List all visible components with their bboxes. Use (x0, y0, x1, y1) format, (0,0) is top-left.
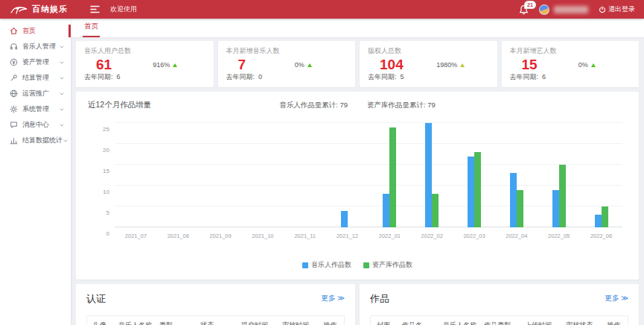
x-tick-label: 2022_03 (453, 230, 496, 239)
x-tick-label: 2022_04 (495, 230, 538, 239)
logout-label: 退出登录 (608, 4, 635, 14)
legend-label: 资产库作品数 (372, 260, 412, 270)
panel-1: 作品更多 ≫封面作品名音乐人名称作品类型上传时间审核状态操作 (360, 284, 639, 325)
table-column-header: 作品名 (399, 316, 440, 325)
headset-icon (10, 42, 18, 51)
x-tick-label: 2022_06 (580, 230, 622, 239)
stat-last-year: 去年同期: 6 (84, 72, 121, 82)
stat-card-2: 版权人总数1041980%去年同期: 5 (360, 41, 497, 87)
bar-音乐人作品数-2021_12[interactable] (341, 211, 348, 227)
bar-音乐人作品数-2022_03[interactable] (468, 157, 474, 227)
sidebar-item-label: 系统管理 (22, 104, 59, 114)
user-avatar[interactable] (539, 4, 549, 15)
stat-percent: 916% (153, 61, 177, 69)
chevron-down-icon (59, 60, 65, 66)
bar-音乐人作品数-2022_01[interactable] (383, 194, 389, 227)
chart-legend: 音乐人作品数资产库作品数 (76, 260, 639, 270)
bar-group-2022_04 (495, 123, 538, 227)
bar-音乐人作品数-2022_05[interactable] (552, 190, 559, 227)
sidebar-item-label: 结算管理 (22, 73, 59, 83)
table-column-header: 作品类型 (481, 316, 522, 325)
table-header-row: 头像音乐人名称类型状态提交时间审核时间操作 (86, 315, 345, 325)
chart-panel: 近12个月作品增量 音乐人作品量累计: 79 资产库作品量累计: 79 0510… (76, 92, 639, 280)
logout-button[interactable]: 退出登录 (599, 4, 635, 14)
table-column-header: 上传时间 (522, 316, 563, 325)
stat-value: 61 (96, 57, 205, 73)
bar-音乐人作品数-2022_04[interactable] (510, 173, 517, 227)
caret-up-icon (307, 63, 312, 67)
bar-group-2022_03 (453, 123, 496, 227)
stats-icon (10, 136, 18, 145)
app-header: 百纳娱乐 欢迎使用 21 退出登录 (0, 0, 644, 19)
chevron-down-icon (59, 75, 65, 81)
stat-percent: 0% (578, 61, 596, 69)
table-column-header: 状态 (197, 316, 238, 325)
sidebar-item-label: 结算数据统计 (22, 136, 63, 145)
caret-up-icon (591, 63, 596, 67)
y-tick-label: 0 (106, 230, 109, 237)
sidebar-item-7[interactable]: 结算数据统计 (0, 133, 71, 148)
menu-collapse-icon[interactable] (90, 5, 100, 13)
stat-percent: 1980% (436, 61, 465, 69)
bar-音乐人作品数-2022_02[interactable] (425, 123, 432, 227)
stat-title: 音乐人用户总数 (84, 46, 205, 56)
x-tick-label: 2022_02 (411, 230, 453, 239)
brand-title: 百纳娱乐 (32, 4, 68, 15)
panel-title: 认证 (86, 292, 345, 306)
bottom-panels: 认证更多 ≫头像音乐人名称类型状态提交时间审核时间操作作品更多 ≫封面作品名音乐… (76, 284, 639, 325)
legend-item-音乐人作品数[interactable]: 音乐人作品数 (302, 260, 351, 270)
bar-group-2022_05 (538, 123, 580, 227)
bar-资产库作品数-2022_01[interactable] (389, 127, 396, 227)
bar-资产库作品数-2022_03[interactable] (474, 152, 481, 227)
sidebar-item-5[interactable]: 系统管理 (0, 101, 71, 117)
tab-bar: 首页 (71, 19, 644, 38)
stat-title: 本月新增音乐人数 (226, 46, 348, 56)
bar-资产库作品数-2022_05[interactable] (559, 165, 566, 227)
legend-item-资产库作品数[interactable]: 资产库作品数 (363, 260, 412, 270)
legend-swatch (363, 262, 369, 268)
bar-音乐人作品数-2022_06[interactable] (595, 215, 602, 227)
x-tick-label: 2021_10 (241, 230, 284, 239)
sidebar-item-3[interactable]: 结算管理 (0, 70, 71, 86)
bar-group-2022_01 (369, 123, 411, 227)
panel-title: 作品 (370, 292, 628, 306)
more-link[interactable]: 更多 ≫ (321, 294, 345, 303)
sidebar-item-2[interactable]: 资产管理 (0, 54, 71, 70)
y-tick-label: 15 (103, 168, 109, 174)
sidebar-item-label: 消息中心 (22, 120, 59, 130)
notification-bell-icon[interactable]: 21 (519, 4, 529, 15)
x-tick-label: 2021_07 (115, 230, 157, 239)
chevron-down-icon (59, 122, 65, 128)
bar-group-2021_09 (200, 123, 242, 227)
sidebar-item-label: 资产管理 (22, 57, 59, 67)
sidebar-item-1[interactable]: 音乐人管理 (0, 39, 71, 54)
bar-资产库作品数-2022_04[interactable] (517, 190, 523, 227)
y-tick-label: 10 (103, 189, 109, 195)
bar-chart-plot: 0510152025 (115, 123, 622, 227)
chevron-down-icon (59, 44, 65, 50)
stat-last-year: 去年同期: 6 (510, 72, 546, 82)
table-column-header: 审核时间 (279, 316, 320, 325)
more-link[interactable]: 更多 ≫ (605, 294, 628, 303)
table-column-header: 操作 (320, 316, 344, 325)
sidebar-item-0[interactable]: 首页 (0, 23, 71, 39)
sidebar-item-label: 音乐人管理 (22, 42, 59, 51)
globe-icon (10, 89, 18, 98)
stat-card-1: 本月新增音乐人数70%去年同期: 0 (218, 41, 356, 87)
caret-up-icon (460, 63, 465, 67)
caret-up-icon (173, 63, 177, 67)
bar-资产库作品数-2022_06[interactable] (602, 206, 608, 227)
bar-group-2022_02 (411, 123, 453, 227)
bar-资产库作品数-2022_02[interactable] (432, 194, 439, 227)
table-column-header: 音乐人名称 (440, 316, 481, 325)
bars-layer (115, 123, 622, 227)
sidebar-item-4[interactable]: 运营推广 (0, 86, 71, 101)
table-header-row: 封面作品名音乐人名称作品类型上传时间审核状态操作 (370, 315, 628, 325)
sidebar-item-6[interactable]: 消息中心 (0, 117, 71, 133)
sidebar-item-label: 首页 (22, 26, 65, 36)
tab-home[interactable]: 首页 (83, 22, 100, 37)
stat-value: 15 (522, 57, 631, 73)
table-column-header: 封面 (371, 316, 399, 325)
sidebar-item-label: 运营推广 (22, 89, 59, 98)
table-column-header: 音乐人名称 (115, 316, 156, 325)
